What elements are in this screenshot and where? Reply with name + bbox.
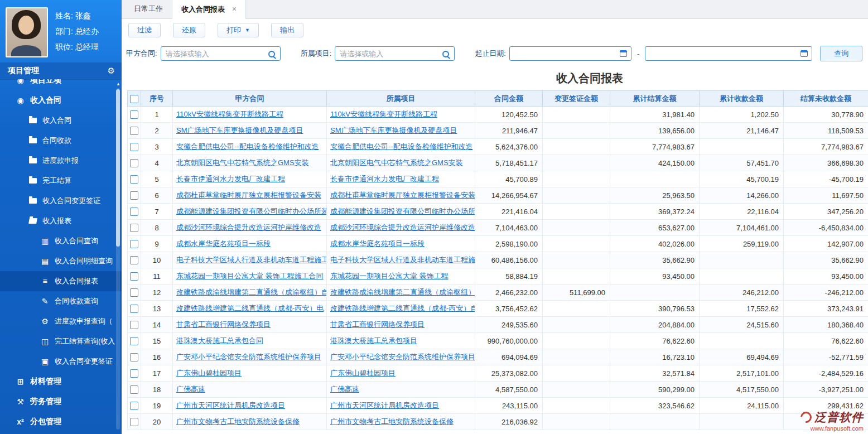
row-checkbox[interactable]	[130, 337, 138, 345]
column-header[interactable]: 序号	[141, 91, 173, 107]
sidebar-item[interactable]: 合同收款	[0, 131, 122, 151]
select-all-checkbox[interactable]	[130, 95, 138, 103]
project-link[interactable]: 改建铁路成渝线增建第二直通线（成渝枢纽）	[330, 288, 475, 296]
project-link[interactable]: 电子科技大学区域人行道及非机动车道工程施	[330, 255, 475, 264]
party-contract-link[interactable]: 广东佛山碧桂园项目	[176, 369, 242, 377]
project-link[interactable]: 成都水岸华庭名苑项目一标段	[330, 239, 425, 248]
project-link[interactable]: 成都杜甫草堂临时展厅独立展柜报警设备安装	[330, 191, 475, 199]
row-checkbox[interactable]	[130, 305, 138, 313]
project-link[interactable]: 广佛高速	[330, 385, 359, 393]
row-checkbox[interactable]	[130, 418, 138, 426]
sidebar-item[interactable]: 完工结算	[0, 171, 122, 191]
project-link[interactable]: 广州市天河区统计局机房改造项目	[330, 401, 439, 409]
sidebar-item[interactable]: ▥收入合同查询	[0, 231, 122, 251]
party-contract-link[interactable]: 电子科技大学区域人行道及非机动车道工程施工	[176, 255, 327, 264]
party-contract-link[interactable]: 港珠澳大桥施工总承包合同	[176, 336, 263, 345]
query-button[interactable]: 查询	[820, 46, 862, 61]
sidebar-scrollbar-thumb[interactable]	[116, 89, 120, 247]
project-link[interactable]: 改建铁路线增建第二线直通线（成都-西安）自	[330, 304, 475, 312]
column-header[interactable]: 变更签证金额	[543, 91, 610, 107]
search-icon[interactable]	[268, 51, 275, 57]
gear-icon[interactable]: ⚙	[108, 66, 115, 76]
row-checkbox[interactable]	[130, 353, 138, 361]
row-checkbox[interactable]	[130, 288, 138, 297]
column-header[interactable]: 所属项目	[327, 91, 475, 107]
row-checkbox[interactable]	[130, 208, 138, 216]
date-start-input[interactable]	[509, 46, 631, 61]
column-header[interactable]: 累计结算金额	[610, 91, 700, 107]
sidebar-item[interactable]: ◫完工结算查询(收入	[0, 331, 122, 351]
project-link[interactable]: 广州市文物考古工地安防系统设备保修	[330, 417, 454, 426]
project-link[interactable]: 甘肃省工商银行网络保养项目	[330, 320, 425, 329]
project-link[interactable]: 成都能源建设集团投资有限公司临时办公场所	[330, 207, 475, 215]
party-contract-link[interactable]: 长春市伊通河水力发电厂改建工程	[176, 175, 285, 183]
sidebar-item[interactable]: ▣收入合同变更签证	[0, 351, 122, 372]
party-contract-link[interactable]: 改建铁路线增建第二线直通线（成都-西安）电	[176, 304, 324, 312]
party-contract-link[interactable]: 东城花园一期项目公寓大堂 装饰工程施工合同	[176, 272, 324, 280]
row-checkbox[interactable]	[130, 272, 138, 281]
column-header[interactable]: 合同金额	[475, 91, 543, 107]
calendar-icon[interactable]	[801, 50, 808, 57]
row-checkbox[interactable]	[130, 240, 138, 248]
sidebar-item[interactable]: x²分包管理	[0, 412, 122, 432]
sidebar-item[interactable]: ≡收入合同报表	[0, 271, 122, 291]
party-contract-link[interactable]: 成都沙河环境综合提升改造运河护岸维修改造	[176, 223, 321, 232]
row-checkbox[interactable]	[130, 385, 138, 394]
restore-button[interactable]: 还原	[173, 23, 205, 37]
project-link[interactable]: 北京朝阳区电气中芯特气系统之GMS安装	[330, 158, 463, 167]
sidebar-scrollbar[interactable]	[116, 88, 120, 430]
party-contract-link[interactable]: 广安邓小平纪念馆安全防范系统维护保养项目	[176, 353, 321, 361]
sidebar-header[interactable]: 项目管理 ⚙	[0, 62, 122, 79]
sidebar-item[interactable]: 进度款申报	[0, 151, 122, 171]
party-contract-link[interactable]: 广州市文物考古工地安防系统设备保修	[176, 417, 300, 426]
party-contract-link[interactable]: 成都能源建设集团投资有限公司临时办公场所装	[176, 207, 327, 215]
party-contract-link[interactable]: 成都杜甫草堂临时展厅独立展柜报警设备安装	[176, 191, 321, 199]
print-button[interactable]: 打印 ▼	[218, 23, 259, 37]
sidebar-item[interactable]: ✎合同收款查询	[0, 291, 122, 311]
row-checkbox[interactable]	[130, 369, 138, 378]
sidebar-item[interactable]: ▤收入合同明细查询	[0, 251, 122, 271]
party-contract-link[interactable]: 甘肃省工商银行网络保养项目	[176, 320, 271, 329]
calendar-icon[interactable]	[620, 50, 627, 57]
scroll-up-icon[interactable]: ▲	[116, 81, 120, 86]
sidebar-item[interactable]: ⚒劳务管理	[0, 392, 122, 412]
row-checkbox[interactable]	[130, 110, 138, 119]
date-end-input[interactable]	[645, 46, 812, 61]
row-checkbox[interactable]	[130, 224, 138, 232]
close-icon[interactable]: ×	[232, 4, 237, 13]
row-checkbox[interactable]	[130, 175, 138, 184]
project-link[interactable]: 110kV安徽线程集变开断线路工程	[330, 110, 437, 118]
sidebar-item[interactable]: 收入合同变更签证	[0, 191, 122, 211]
project-link[interactable]: 广安邓小平纪念馆安全防范系统维护保养项目	[330, 353, 475, 361]
column-header[interactable]: 累计收款金额	[700, 91, 784, 107]
row-checkbox[interactable]	[130, 191, 138, 200]
sidebar-item[interactable]: ⚙进度款申报查询（	[0, 311, 122, 331]
party-contract-link[interactable]: 广州市天河区统计局机房改造项目	[176, 401, 285, 409]
party-contract-link[interactable]: 成都水岸华庭名苑项目一标段	[176, 239, 271, 248]
sidebar-item[interactable]: ⊞材料管理	[0, 372, 122, 392]
project-link[interactable]: 东城花园一期项目公寓大堂 装饰工程	[330, 272, 449, 280]
project-link[interactable]: 成都沙河环境综合提升改造运河护岸维修改造	[330, 223, 475, 232]
column-header[interactable]: 甲方合同	[173, 91, 327, 107]
tab-income-contract-report[interactable]: 收入合同报表 ×	[172, 0, 246, 19]
party-contract-input[interactable]	[161, 46, 281, 61]
column-header[interactable]: 结算未收款金额	[784, 91, 868, 107]
row-checkbox[interactable]	[130, 159, 138, 167]
party-contract-link[interactable]: 改建铁路成渝线增建第二直通线（成渝枢纽）自	[176, 288, 327, 296]
row-checkbox[interactable]	[130, 127, 138, 135]
sidebar-item[interactable]: ◉项目立项	[0, 79, 122, 90]
party-contract-link[interactable]: 广佛高速	[176, 385, 205, 393]
party-contract-link[interactable]: 安徽合肥供电公司--配电设备检修维护和改造	[176, 142, 319, 151]
row-checkbox[interactable]	[130, 143, 138, 151]
sidebar-item[interactable]: 收入报表	[0, 211, 122, 231]
row-checkbox[interactable]	[130, 402, 138, 410]
sidebar-item[interactable]: ◉收入合同	[0, 90, 122, 110]
party-contract-link[interactable]: 110kV安徽线程集变开断线路工程	[176, 110, 283, 118]
export-button[interactable]: 输出	[271, 23, 303, 37]
search-icon[interactable]	[442, 51, 449, 57]
project-link[interactable]: 长春市伊通河水力发电厂改建工程	[330, 175, 439, 183]
project-input[interactable]	[335, 46, 455, 61]
row-checkbox[interactable]	[130, 321, 138, 329]
party-contract-link[interactable]: SM广场地下车库更换摄像机及硬盘项目	[176, 126, 303, 134]
sidebar-item[interactable]: 收入合同	[0, 110, 122, 131]
